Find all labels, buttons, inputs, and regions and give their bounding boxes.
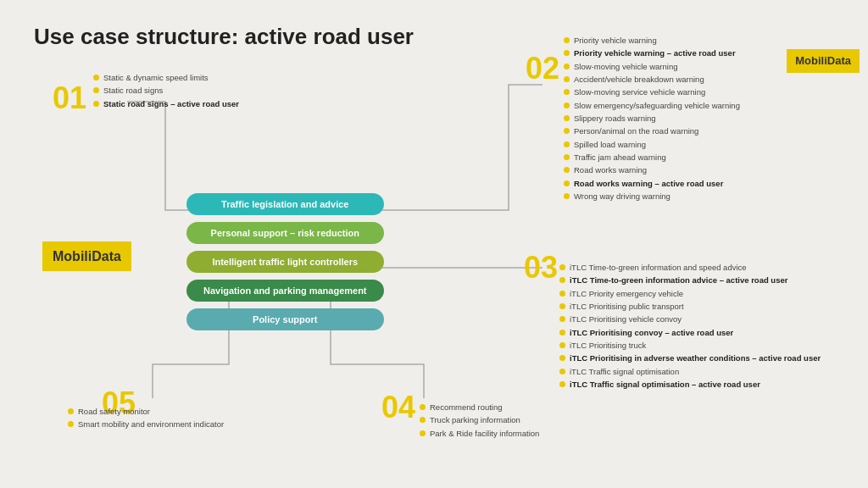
section-04-list: Recommend routingTruck parking informati… xyxy=(420,402,539,441)
bullet-dot xyxy=(564,180,570,186)
bullet-dot xyxy=(564,128,570,134)
list-item: iTLC Prioritising truck xyxy=(559,341,821,351)
bullet-dot xyxy=(93,101,99,107)
bullet-dot xyxy=(559,330,565,336)
list-item: iTLC Prioritising in adverse weather con… xyxy=(559,353,821,363)
list-item: iTLC Priority emergency vehicle xyxy=(559,289,821,299)
list-item: iTLC Prioritising public transport xyxy=(559,302,821,312)
list-item: Road works warning – active road user xyxy=(564,179,740,189)
bullet-dot xyxy=(564,37,570,43)
list-item: Accident/vehicle breakdown warning xyxy=(564,75,740,85)
bullet-dot xyxy=(564,141,570,147)
bullet-dot xyxy=(559,355,565,361)
section-05-list: Road safety monitorSmart mobility and en… xyxy=(68,407,224,433)
bullet-dot xyxy=(564,50,570,56)
section-03-list: iTLC Time-to-green information and speed… xyxy=(559,263,821,392)
bullet-dot xyxy=(564,103,570,108)
section-03-number: 03 xyxy=(524,250,558,286)
list-item: Person/animal on the road warning xyxy=(564,126,740,136)
list-item: Priority vehicle warning – active road u… xyxy=(564,48,740,58)
bullet-dot xyxy=(564,193,570,199)
list-item: Wrong way driving warning xyxy=(564,191,740,202)
list-item: Static & dynamic speed limits xyxy=(93,73,239,83)
bullet-dot xyxy=(420,430,426,436)
section-04-number: 04 xyxy=(381,390,415,425)
list-item: Slow-moving vehicle warning xyxy=(564,62,740,72)
section-02-number: 02 xyxy=(526,51,559,86)
bullet-dot xyxy=(68,408,74,414)
logo-top-right: MobiliData xyxy=(787,49,860,73)
bullet-dot xyxy=(564,167,570,173)
page-title: Use case structure: active road user xyxy=(34,24,414,50)
list-item: iTLC Traffic signal optimisation xyxy=(559,367,821,377)
list-item: Truck parking information xyxy=(420,415,539,425)
list-item: iTLC Time-to-green information advice – … xyxy=(559,275,821,286)
list-item: Smart mobility and environment indicator xyxy=(68,419,224,430)
list-item: iTLC Time-to-green information and speed… xyxy=(559,263,821,273)
bullet-dot xyxy=(564,154,570,160)
center-box: Policy support xyxy=(186,308,384,330)
bullet-dot xyxy=(68,421,74,427)
logo-main: MobiliData xyxy=(42,241,131,271)
bullet-dot xyxy=(564,115,570,121)
list-item: iTLC Prioritising vehicle convoy xyxy=(559,314,821,324)
bullet-dot xyxy=(93,87,99,93)
list-item: Priority vehicle warning xyxy=(564,36,740,46)
bullet-dot xyxy=(93,75,99,80)
list-item: Static road signs – active road user xyxy=(93,99,239,109)
section-01-number: 01 xyxy=(53,80,86,116)
list-item: Park & Ride facility information xyxy=(420,429,539,439)
list-item: Slow emergency/safeguarding vehicle warn… xyxy=(564,101,740,111)
bullet-dot xyxy=(559,369,565,374)
list-item: Slow-moving service vehicle warning xyxy=(564,87,740,97)
bullet-dot xyxy=(559,277,565,283)
bullet-dot xyxy=(559,291,565,297)
list-item: iTLC Prioritising convoy – active road u… xyxy=(559,328,821,338)
section-02-list: Priority vehicle warningPriority vehicle… xyxy=(564,36,740,204)
list-item: Recommend routing xyxy=(420,402,539,413)
bullet-dot xyxy=(564,89,570,95)
center-box: Intelligent traffic light controllers xyxy=(186,251,384,273)
center-boxes: Traffic legislation and advicePersonal s… xyxy=(186,193,384,330)
bullet-dot xyxy=(559,264,565,270)
center-box: Personal support – risk reduction xyxy=(186,222,384,244)
center-box: Navigation and parking management xyxy=(186,280,384,302)
bullet-dot xyxy=(559,316,565,322)
list-item: Static road signs xyxy=(93,86,239,96)
bullet-dot xyxy=(564,64,570,69)
section-01-list: Static & dynamic speed limitsStatic road… xyxy=(93,73,239,112)
bullet-dot xyxy=(559,303,565,309)
center-box: Traffic legislation and advice xyxy=(186,193,384,215)
bullet-dot xyxy=(559,381,565,387)
list-item: Spilled load warning xyxy=(564,140,740,150)
bullet-dot xyxy=(420,404,426,410)
bullet-dot xyxy=(420,417,426,423)
bullet-dot xyxy=(564,76,570,82)
list-item: Slippery roads warning xyxy=(564,114,740,124)
list-item: iTLC Traffic signal optimisation – activ… xyxy=(559,380,821,390)
list-item: Traffic jam ahead warning xyxy=(564,152,740,163)
bullet-dot xyxy=(559,342,565,348)
list-item: Road safety monitor xyxy=(68,407,224,417)
list-item: Road works warning xyxy=(564,165,740,175)
